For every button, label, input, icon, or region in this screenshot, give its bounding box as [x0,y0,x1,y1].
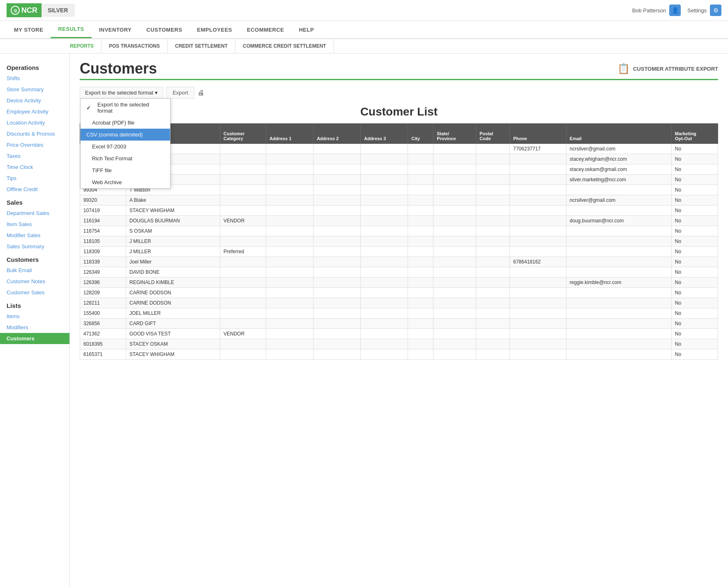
nav-help[interactable]: HELP [291,22,321,38]
nav-results[interactable]: RESULTS [51,21,91,38]
export-attr-label: CUSTOMER ATTRIBUTE EXPORT [633,66,718,72]
sidebar-item-employee-activity[interactable]: Employee Activity [0,106,69,117]
sidebar-item-shifts[interactable]: Shifts [0,73,69,84]
sidebar-item-offline-credit[interactable]: Offline Credit [0,184,69,195]
sidebar-item-tips[interactable]: Tips [0,173,69,184]
nav-ecommerce[interactable]: ECOMMERCE [240,22,291,38]
top-bar: ◎ NCR SILVER Bob Patterson 👤 Settings ⚙ [0,0,728,21]
gear-icon[interactable]: ⚙ [710,5,721,16]
sidebar-item-item-sales[interactable]: Item Sales [0,219,69,230]
nav-customers[interactable]: CUSTOMERS [139,22,189,38]
table-cell: stacey.oskam@gmail.com [566,164,671,175]
table-cell [476,164,510,175]
table-cell [220,288,266,298]
sidebar-item-store-summary[interactable]: Store Summary [0,84,69,95]
table-cell: J MILLER [126,247,220,257]
table-cell [266,236,313,247]
table-cell [220,319,266,329]
table-cell [510,329,566,339]
table-cell [476,319,510,329]
export-button[interactable]: Export [166,87,194,99]
table-cell [510,339,566,349]
sidebar-item-items[interactable]: Items [0,311,69,322]
dropdown-item-export-selected[interactable]: Export to the selected format [81,99,170,117]
nav-my-store[interactable]: MY STORE [7,22,51,38]
table-cell [220,164,266,175]
sidebar-item-bulk-email[interactable]: Bulk Email [0,265,69,276]
sidebar-item-discounts-promos[interactable]: Discounts & Promos [0,128,69,139]
page-title: Customers [80,60,157,77]
table-row: 99320A Blakencrsilver@gmail.comNo [80,195,718,206]
sidebar-item-customer-notes[interactable]: Customer Notes [0,276,69,287]
table-cell: 128211 [80,298,126,308]
table-cell [313,185,361,195]
col-email: Email [566,124,671,144]
subnav-commerce-credit-settlement[interactable]: COMMERCE CREDIT SETTLEMENT [235,39,334,53]
table-cell: CARINE DODSON [126,288,220,298]
table-cell [266,288,313,298]
sidebar-item-device-activity[interactable]: Device Activity [0,95,69,106]
table-cell [313,277,361,288]
dropdown-item-acrobat[interactable]: Acrobat (PDF) file [81,117,170,129]
col-city: City [408,124,433,144]
table-row: 126349DAVID BONENo [80,267,718,277]
table-cell [313,247,361,257]
sidebar-item-time-clock[interactable]: Time Clock [0,162,69,173]
sidebar-item-sales-summary[interactable]: Sales Summary [0,241,69,252]
user-icon[interactable]: 👤 [669,5,681,16]
sidebar-item-location-activity[interactable]: Location Activity [0,117,69,128]
table-cell [433,298,476,308]
sub-nav: REPORTS POS TRANSACTIONS CREDIT SETTLEME… [0,39,728,53]
table-cell: REGINALD KIMBLE [126,277,220,288]
table-cell [433,185,476,195]
table-cell [266,216,313,226]
dropdown-item-tiff[interactable]: TIFF file [81,164,170,176]
dropdown-arrow-icon: ▾ [155,90,158,96]
dropdown-item-web-archive[interactable]: Web Archive [81,176,170,188]
table-cell [566,206,671,216]
table-cell: No [671,308,718,319]
table-cell [220,236,266,247]
table-cell: 326856 [80,319,126,329]
table-cell [566,308,671,319]
dropdown-item-rtf[interactable]: Rich Text Format [81,153,170,164]
nav-inventory[interactable]: INVENTORY [92,22,139,38]
table-cell: No [671,175,718,185]
export-dropdown: Export to the selected format Acrobat (P… [80,98,170,189]
dropdown-item-csv[interactable]: CSV (comma delimited) [81,129,170,141]
table-cell: 6165371 [80,349,126,360]
sidebar-item-taxes[interactable]: Taxes [0,150,69,162]
table-cell [220,175,266,185]
dropdown-item-excel[interactable]: Excel 97-2003 [81,141,170,153]
table-cell: 6018395 [80,339,126,349]
sidebar-item-customer-sales[interactable]: Customer Sales [0,287,69,298]
table-cell [566,288,671,298]
export-format-btn[interactable]: Export to the selected format ▾ Export t… [80,87,163,99]
sidebar-item-customers[interactable]: Customers [0,333,69,344]
table-cell [266,339,313,349]
subnav-reports[interactable]: REPORTS [70,39,101,53]
subnav-pos-transactions[interactable]: POS TRANSACTIONS [101,39,168,53]
user-name: Bob Patterson [632,7,666,14]
sidebar-item-modifier-sales[interactable]: Modifier Sales [0,230,69,241]
sidebar-section-operations: Operations [0,60,69,73]
nav-employees[interactable]: EMPLOYEES [190,22,240,38]
sidebar-section-sales: Sales [0,195,69,208]
table-cell: 6786418162 [510,257,566,267]
table-cell [510,277,566,288]
sidebar-item-price-overrides[interactable]: Price Overrides [0,139,69,150]
table-cell [510,175,566,185]
print-icon[interactable]: 🖨 [198,89,204,97]
sidebar-item-department-sales[interactable]: Department Sales [0,208,69,219]
table-cell [361,298,408,308]
sidebar-item-modifiers[interactable]: Modifiers [0,322,69,333]
subnav-credit-settlement[interactable]: CREDIT SETTLEMENT [168,39,235,53]
table-cell [433,329,476,339]
table-cell [408,277,433,288]
table-cell: 107419 [80,206,126,216]
table-cell [566,226,671,236]
table-cell [313,288,361,298]
table-cell [476,175,510,185]
export-attr-area[interactable]: 📋 CUSTOMER ATTRIBUTE EXPORT [617,63,718,74]
sidebar-section-customers: Customers [0,252,69,265]
